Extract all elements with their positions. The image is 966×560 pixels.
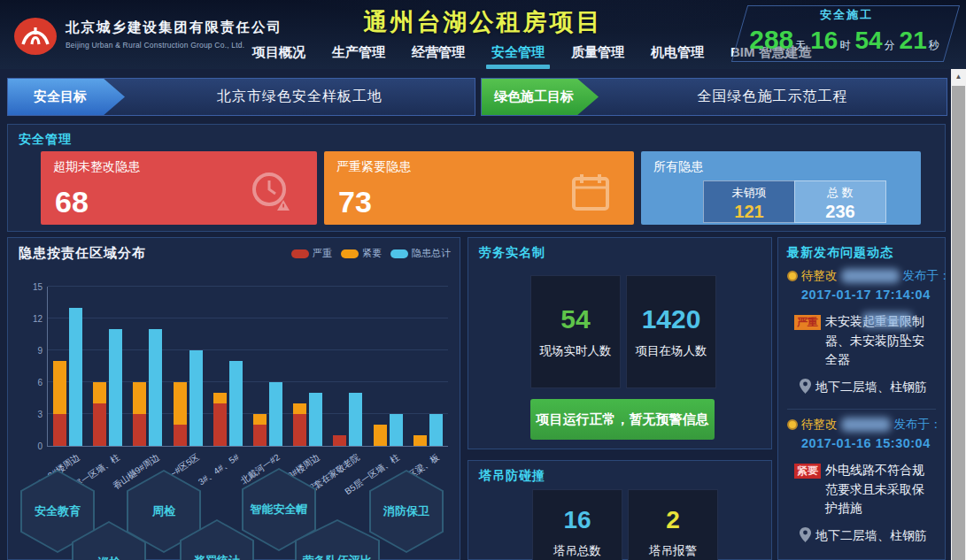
legend-item-严重[interactable]: 严重 [291,247,332,260]
header: 北京城乡建设集团有限责任公司 Beijing Urban & Rural Con… [0,0,966,69]
bar-group [128,329,167,446]
project-status-button[interactable]: 项目运行正常，暂无预警信息 [530,399,715,440]
open-hazards-label: 未销项 [704,185,794,201]
timer-unit: 天 [795,39,806,51]
green-goal-banner: 绿色施工目标 全国绿色施工示范工程 [481,78,947,116]
safety-goal-banner: 安全目标 北京市绿色安全样板工地 [7,78,475,116]
nav-tab-1[interactable]: 项目概况 [252,44,305,61]
onsite-count-label: 现场实时人数 [531,343,620,359]
total-bar[interactable] [189,350,203,446]
total-bar[interactable] [109,329,122,446]
all-hazards-card[interactable]: 所有隐患 未销项 121 总 数 236 [641,151,921,225]
feed-location-text: 地下二层墙、柱钢筋 [815,380,927,395]
total-bar[interactable] [149,329,162,446]
severe-bar-segment [93,403,106,446]
bar-chart: 036912151#、2#楼周边B1层一区墙、柱香山樾9#周边#区1~#区5区3… [47,287,448,447]
all-hazards-cells: 未销项 121 总 数 236 [703,180,886,223]
total-bar[interactable] [390,414,403,446]
stacked-bar[interactable] [174,382,187,446]
urgent-bar-segment [293,403,306,414]
scrollbar[interactable]: ▲ [951,69,966,560]
nav-tab-5[interactable]: 质量管理 [571,44,624,61]
severe-bar-segment [293,414,306,446]
timer-number: 16 [810,27,838,54]
chart-title: 隐患按责任区域分布 [19,245,146,262]
stacked-bar[interactable] [293,403,306,446]
feed-item-1[interactable]: 待整改发布于：2017-01-17 17:14:04严重未安装起重量限制器、未安… [787,268,936,396]
total-bar[interactable] [69,308,82,446]
all-hazards-label: 所有隐患 [653,159,703,175]
stacked-bar[interactable] [333,435,346,446]
chart-gridline [48,318,448,318]
hex-label: 消防保卫 [369,503,444,519]
total-bar[interactable] [229,361,243,446]
feed-item-body: 严重未安装起重量限制器、未安装防坠安全器 [794,312,936,370]
hazard-distribution-panel: 隐患按责任区域分布 严重紧要隐患总计 036912151#、2#楼周边B1层一区… [7,237,460,560]
stacked-bar[interactable] [253,414,267,446]
safety-management-panel: 安全管理 超期未整改隐患 68 严重紧要隐患 73 所有隐患 未销项 121 [7,124,946,232]
stacked-bar[interactable] [413,435,427,446]
urgent-bar-segment [253,414,267,425]
timer-number: 21 [900,27,927,54]
stacked-bar[interactable] [53,361,66,446]
y-axis-tick-label: 0 [16,441,43,451]
crane-total-value: 16 [533,506,622,534]
crane-total-label: 塔吊总数 [533,543,622,559]
feed-issue-text: 外电线路不符合规范要求且未采取保护措施 [825,461,936,518]
stacked-bar[interactable] [133,382,146,446]
nav-tab-2[interactable]: 生产管理 [332,44,385,61]
urgent-bar-segment [93,382,106,403]
crane-alarm-label: 塔吊报警 [629,543,717,559]
overdue-hazards-card[interactable]: 超期未整改隐患 68 [41,151,317,225]
stacked-bar[interactable] [93,382,106,446]
nav-tab-3[interactable]: 经营管理 [412,44,465,61]
chart-gridline [48,286,448,287]
bar-group [328,393,367,446]
calendar-icon [570,172,611,216]
labor-panel: 劳务实名制 54 现场实时人数 1420 项目在场人数 项目运行正常，暂无预警信… [468,237,772,449]
open-hazards-value: 121 [704,202,794,222]
timer-unit: 秒 [929,39,939,51]
nav-tab-4[interactable]: 安全管理 [491,44,545,61]
legend-item-紧要[interactable]: 紧要 [341,247,382,260]
status-dot-icon [787,419,798,430]
total-bar[interactable] [429,414,443,446]
chart-legend: 严重紧要隐患总计 [291,247,451,260]
critical-hazards-card[interactable]: 严重紧要隐患 73 [324,151,634,225]
feed-item-header: 待整改发布于： [787,268,936,284]
stacked-bar[interactable] [374,425,387,446]
nav-tab-6[interactable]: 机电管理 [651,44,704,61]
legend-item-隐患总计[interactable]: 隐患总计 [390,247,451,260]
feed-location-text: 地下二层墙、柱钢筋 [815,528,927,544]
urgent-bar-segment [213,393,227,403]
total-bar[interactable] [349,393,362,446]
stacked-bar[interactable] [213,393,227,446]
tower-panel-title: 塔吊防碰撞 [479,468,545,484]
scroll-up-icon[interactable]: ▲ [951,69,966,84]
legend-swatch-icon [341,249,359,258]
feed-title: 最新发布问题动态 [787,245,936,261]
severe-bar-segment [213,403,227,446]
redacted-name [841,418,891,432]
main-nav: 项目概况生产管理经营管理安全管理质量管理机电管理BIM 智慧建造 [252,44,812,61]
scrollbar-thumb[interactable] [952,86,965,560]
bar-group [408,414,448,446]
safety-panel-title: 安全管理 [19,132,72,148]
total-bar[interactable] [309,393,322,446]
urgent-bar-segment [413,435,427,446]
map-pin-icon [800,527,811,545]
hex-button-4[interactable]: 消防保卫 [369,470,444,553]
map-pin-icon [800,379,811,396]
bar-group [288,393,328,446]
dashboard: 北京城乡建设集团有限责任公司 Beijing Urban & Rural Con… [0,0,966,560]
feed-published-label: 发布于： [894,417,942,433]
feed-status: 待整改 [801,417,838,433]
feed-timestamp: 2017-01-16 15:30:04 [801,436,936,450]
critical-hazards-value: 73 [338,185,372,219]
y-axis-tick-label: 9 [16,346,43,356]
feed-item-2[interactable]: 待整改发布于：2017-01-16 15:30:04紧要外电线路不符合规范要求且… [787,417,936,545]
feed-location: 地下二层墙、柱钢筋 [800,379,936,396]
legend-label: 紧要 [362,247,382,260]
total-bar[interactable] [269,382,282,446]
hex-label: 劳务队伍评比 [295,553,380,560]
